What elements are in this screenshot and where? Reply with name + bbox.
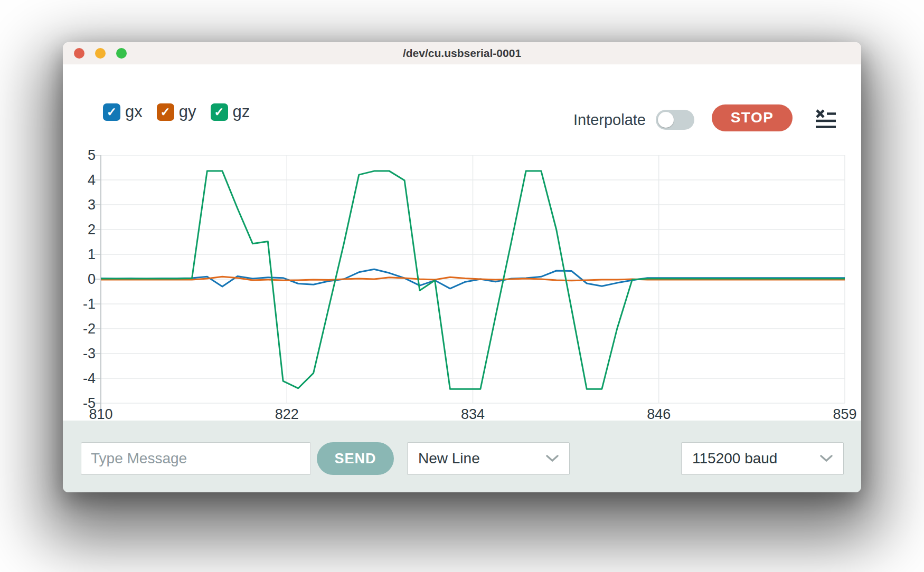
legend-item-gz: ✓ gz: [211, 102, 250, 121]
legend-item-gy: ✓ gy: [157, 102, 196, 121]
gy-label: gy: [179, 102, 196, 121]
baud-rate-select[interactable]: 115200 baud: [681, 442, 844, 475]
line-ending-select[interactable]: New Line: [407, 442, 570, 475]
send-button[interactable]: SEND: [317, 442, 394, 475]
plot-controls: Interpolate STOP: [573, 104, 836, 131]
y-tick-label: -1: [63, 295, 96, 312]
y-tick-label: 3: [63, 196, 96, 213]
legend-item-gx: ✓ gx: [103, 102, 143, 121]
app-window: /dev/cu.usbserial-0001 ✓ gx ✓ gy ✓ gz In…: [63, 42, 861, 492]
clear-list-icon[interactable]: [816, 109, 836, 128]
chart-area: ✓ gx ✓ gy ✓ gz Interpolate STOP: [63, 64, 861, 421]
interpolate-label: Interpolate: [573, 111, 646, 129]
y-tick-label: -3: [63, 345, 96, 362]
y-tick-label: 5: [63, 147, 96, 164]
message-input[interactable]: [81, 442, 311, 475]
chevron-down-icon: [820, 455, 833, 462]
y-tick-label: 4: [63, 171, 96, 188]
gy-checkbox[interactable]: ✓: [157, 103, 174, 121]
y-tick-label: 0: [63, 271, 96, 288]
y-tick-label: 1: [63, 246, 96, 263]
interpolate-toggle[interactable]: [656, 110, 694, 130]
gx-label: gx: [125, 102, 143, 121]
gz-label: gz: [233, 102, 250, 121]
gz-checkbox[interactable]: ✓: [211, 103, 228, 121]
line-ending-value: New Line: [418, 450, 480, 467]
toggle-knob: [658, 112, 674, 128]
stop-button[interactable]: STOP: [712, 104, 793, 131]
gx-checkbox[interactable]: ✓: [103, 103, 120, 121]
chevron-down-icon: [546, 455, 559, 462]
y-tick-label: -4: [63, 370, 96, 387]
series-legend: ✓ gx ✓ gy ✓ gz: [103, 102, 250, 121]
window-title: /dev/cu.usbserial-0001: [63, 42, 861, 64]
title-bar: /dev/cu.usbserial-0001: [63, 42, 861, 65]
y-tick-label: -2: [63, 320, 96, 337]
baud-rate-value: 115200 baud: [692, 450, 777, 467]
y-tick-label: 2: [63, 221, 96, 238]
composer-bar: SEND New Line 115200 baud: [63, 421, 861, 492]
line-plot[interactable]: [92, 155, 846, 412]
